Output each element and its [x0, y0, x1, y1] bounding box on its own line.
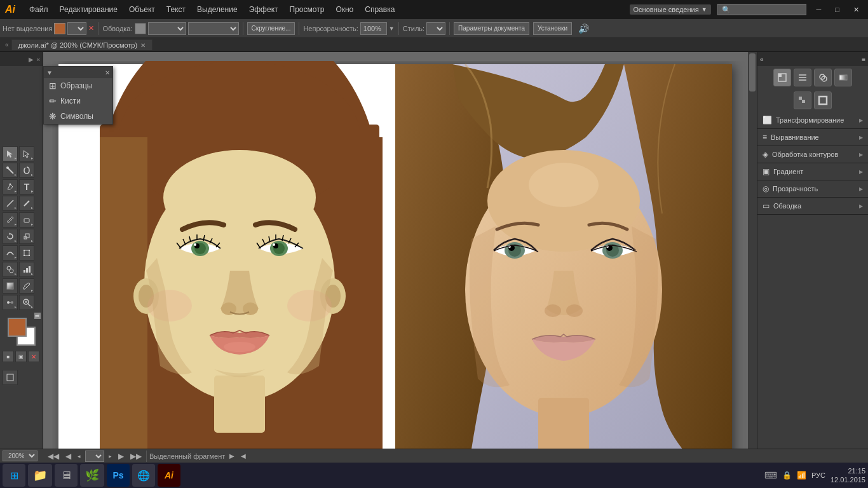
free-transform-tool[interactable]: [19, 245, 34, 261]
menu-file[interactable]: Файл: [27, 4, 51, 15]
doc-params-button[interactable]: Параметры документа: [454, 22, 529, 35]
search-input[interactable]: [717, 4, 806, 15]
nav-prev-btn[interactable]: ◀: [64, 452, 73, 461]
graph-tool[interactable]: ▸: [19, 262, 34, 277]
scale-tool[interactable]: ▸: [19, 229, 34, 244]
stroke-color[interactable]: [135, 23, 146, 34]
menu-select[interactable]: Выделение: [194, 4, 240, 15]
rounding-button[interactable]: Скругление...: [247, 22, 295, 35]
menu-text[interactable]: Текст: [164, 4, 188, 15]
nav-prev-small[interactable]: ◂: [76, 453, 83, 459]
illustrator-button[interactable]: Ai: [158, 464, 180, 487]
transparency-section-header[interactable]: ◎ Прозрачность ▶: [757, 180, 868, 197]
panel-double-arrow[interactable]: «: [36, 56, 40, 63]
restore-button[interactable]: □: [831, 4, 843, 15]
stroke-panel-icon-btn[interactable]: [814, 92, 832, 109]
menu-effect[interactable]: Эффект: [247, 4, 281, 15]
right-panel-expand[interactable]: «: [760, 56, 764, 63]
nav-next-small[interactable]: ▸: [107, 453, 114, 459]
menu-view[interactable]: Просмотр: [287, 4, 327, 15]
transparency-icon-btn[interactable]: [794, 92, 811, 109]
pathfinder-section-header[interactable]: ◈ Обработка контуров ▶: [757, 146, 868, 163]
keyboard-icon[interactable]: ⌨: [764, 470, 777, 480]
vertical-scrollbar[interactable]: [748, 52, 757, 454]
opacity-arrow[interactable]: ▼: [389, 25, 395, 32]
panel-collapse-left[interactable]: «: [5, 41, 9, 48]
eyedropper-tool[interactable]: ▸: [19, 278, 34, 294]
pathfinder-icon-btn[interactable]: [814, 69, 832, 86]
app1-button[interactable]: 🖥: [55, 464, 78, 487]
nav-next-btn[interactable]: ▶: [116, 452, 126, 461]
paintbrush-tool[interactable]: ▸: [19, 196, 34, 211]
eraser-tool[interactable]: ▸: [19, 212, 34, 227]
settings-button[interactable]: Установки: [533, 22, 572, 35]
selection-dropdown[interactable]: ▼: [67, 22, 86, 35]
fill-color-swatch[interactable]: [54, 23, 65, 34]
right-panel-menu[interactable]: ≡: [862, 56, 865, 63]
page-select[interactable]: 1: [85, 451, 104, 462]
status-arrow-left[interactable]: ◀: [239, 452, 248, 459]
panel-item-brushes[interactable]: ✏ Кисти: [44, 93, 112, 109]
volume-icon[interactable]: 📶: [797, 471, 806, 480]
color-mode-icon[interactable]: ■: [3, 351, 14, 362]
menu-help[interactable]: Справка: [362, 4, 397, 15]
align-section-header[interactable]: ≡ Выравнивание ▶: [757, 129, 868, 146]
stroke-collapse[interactable]: ▶: [859, 203, 863, 209]
foreground-color[interactable]: [8, 318, 27, 337]
lang-indicator[interactable]: РУС: [811, 471, 825, 479]
artboard-tool[interactable]: [3, 370, 18, 385]
canvas-content[interactable]: [43, 52, 748, 454]
gradient-icon-btn[interactable]: [834, 69, 852, 86]
style-dropdown[interactable]: [426, 22, 445, 35]
minimize-button[interactable]: ─: [813, 4, 825, 15]
stroke-weight-dropdown[interactable]: [148, 22, 186, 35]
transform-icon-btn[interactable]: [773, 69, 791, 86]
gradient-tool[interactable]: [3, 278, 18, 294]
shape-builder-tool[interactable]: ▸: [3, 262, 18, 277]
opacity-input[interactable]: [360, 22, 387, 35]
chrome-button[interactable]: 🌐: [132, 464, 155, 487]
photoshop-button[interactable]: Ps: [107, 464, 130, 487]
zoom-select[interactable]: 200%: [3, 451, 37, 461]
workspace-chevron[interactable]: ▼: [702, 6, 707, 13]
pathfinder-collapse[interactable]: ▶: [859, 152, 863, 158]
rotate-tool[interactable]: ▸: [3, 229, 18, 244]
panel-item-symbols[interactable]: ❋ Символы: [44, 109, 112, 124]
blend-tool[interactable]: ▸: [3, 295, 18, 310]
selection-tool[interactable]: ▸: [3, 146, 18, 161]
explorer-button[interactable]: 📁: [28, 464, 52, 487]
no-fill-icon[interactable]: ✕: [28, 351, 39, 362]
stroke-style-dropdown[interactable]: [188, 22, 239, 35]
document-tab[interactable]: джоли.ai* @ 200% (СМУК/Просмотр) ✕: [11, 39, 153, 50]
align-collapse[interactable]: ▶: [859, 135, 863, 140]
lasso-tool[interactable]: ▸: [19, 163, 34, 178]
gradient-section-header[interactable]: ▣ Градиент ▶: [757, 163, 868, 180]
line-tool[interactable]: ▸: [3, 196, 18, 211]
menu-object[interactable]: Объект: [126, 4, 158, 15]
mini-panel-close[interactable]: ✕: [105, 69, 110, 76]
align-icon-btn[interactable]: [794, 69, 811, 86]
warp-tool[interactable]: ▸: [3, 245, 18, 261]
zoom-tool[interactable]: ▸: [19, 295, 34, 310]
menu-edit[interactable]: Редактирование: [57, 4, 120, 15]
menu-window[interactable]: Окно: [333, 4, 356, 15]
type-tool[interactable]: T▸: [19, 179, 34, 194]
close-button[interactable]: ✕: [850, 4, 863, 15]
stroke-section-header[interactable]: ▭ Обводка ▶: [757, 198, 868, 214]
gradient-collapse[interactable]: ▶: [859, 169, 863, 175]
transform-collapse[interactable]: ▶: [859, 118, 863, 123]
doc-tab-close[interactable]: ✕: [140, 42, 146, 49]
panel-item-samples[interactable]: ⊞ Образцы: [44, 78, 112, 93]
scrollbar-thumb-v[interactable]: [749, 53, 756, 92]
swap-colors[interactable]: ⇄: [34, 313, 41, 319]
start-button[interactable]: ⊞: [3, 464, 25, 487]
pen-tool[interactable]: ▸: [3, 179, 18, 194]
direct-selection-tool[interactable]: ▸: [19, 146, 34, 161]
gradient-fill-icon[interactable]: ▣: [15, 351, 27, 362]
network-icon[interactable]: 🔒: [782, 471, 792, 480]
transform-section-header[interactable]: ⬜ Трансформирование ▶: [757, 112, 868, 128]
nav-start-btn[interactable]: ◀◀: [46, 452, 61, 461]
nav-end-btn[interactable]: ▶▶: [128, 452, 144, 461]
app2-button[interactable]: 🌿: [80, 464, 104, 487]
status-arrow[interactable]: ▶: [227, 452, 236, 459]
